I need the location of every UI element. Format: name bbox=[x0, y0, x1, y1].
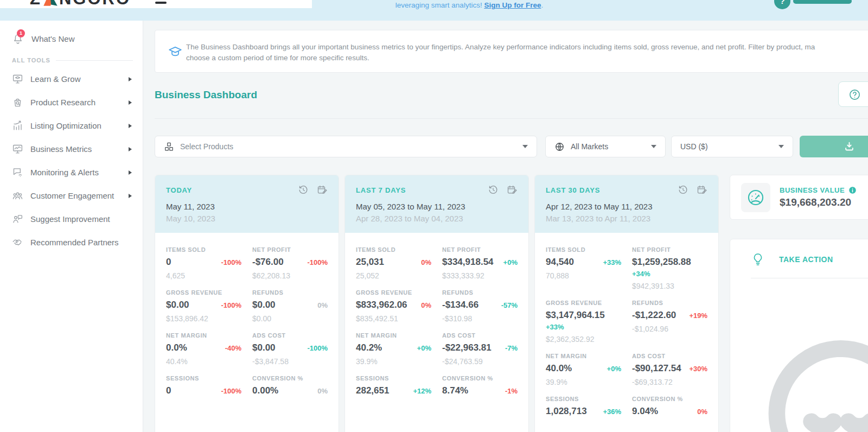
sidebar-item-whats-new[interactable]: 1 What's New bbox=[0, 29, 143, 48]
metric-gross-revenue: GROSS REVENUE$3,147,964.15+33%$2,362,352… bbox=[546, 300, 621, 344]
metric-percent-change: +33% bbox=[603, 258, 621, 266]
metrics-grid: ITEMS SOLD25,0310%25,052NET PROFIT$334,9… bbox=[345, 233, 528, 422]
metric-percent-change: -7% bbox=[505, 344, 518, 352]
metric-previous-value bbox=[252, 400, 328, 409]
chevron-right-icon bbox=[129, 100, 132, 105]
metric-label: CONVERSION % bbox=[252, 375, 328, 382]
download-button[interactable] bbox=[800, 136, 868, 157]
fox-logo-icon bbox=[42, 0, 59, 8]
period-card-last-7-days: LAST 7 DAYSMay 05, 2023 to May 11, 2023A… bbox=[344, 175, 529, 432]
globe-icon bbox=[554, 142, 565, 152]
metric-net-margin: NET MARGIN0.0%-40%40.4% bbox=[166, 332, 241, 366]
history-icon[interactable] bbox=[678, 185, 688, 195]
metric-gross-revenue: GROSS REVENUE$833,962.060%$835,492.51 bbox=[356, 289, 431, 323]
previous-date-range: May 10, 2023 bbox=[166, 214, 328, 223]
header-action-pill[interactable] bbox=[793, 0, 852, 4]
metric-percent-change: +12% bbox=[413, 387, 431, 395]
metric-items-sold: ITEMS SOLD0-100%4,625 bbox=[166, 246, 241, 280]
chevron-right-icon bbox=[129, 194, 132, 198]
metric-label: ADS COST bbox=[442, 332, 518, 339]
notification-badge: 1 bbox=[17, 29, 25, 37]
info-banner-line1: The Business Dashboard brings all your i… bbox=[186, 42, 815, 53]
bell-icon: 1 bbox=[12, 33, 24, 45]
metric-percent-change: +0% bbox=[607, 365, 621, 373]
metric-percent-change: -1% bbox=[505, 387, 518, 395]
metric-value: $0.00 bbox=[252, 300, 276, 310]
metric-items-sold: ITEMS SOLD25,0310%25,052 bbox=[356, 246, 431, 280]
announcement-text: leveraging smart analytics! Sign Up for … bbox=[252, 1, 686, 9]
products-dropdown[interactable]: Select Products bbox=[155, 136, 537, 157]
sidebar-item-recommended-partners[interactable]: Recommended Partners bbox=[0, 231, 143, 254]
metric-value: 1,028,713 bbox=[546, 406, 587, 417]
page-title: Business Dashboard bbox=[155, 89, 257, 101]
metric-label: REFUNDS bbox=[632, 300, 707, 306]
metric-previous-value bbox=[442, 400, 518, 409]
metric-percent-change: -40% bbox=[225, 344, 241, 352]
metric-previous-value bbox=[356, 400, 431, 409]
monitoring-alerts-icon bbox=[12, 167, 23, 178]
markets-dropdown[interactable]: All Markets bbox=[545, 136, 666, 157]
sidebar-item-listing-optimization[interactable]: Listing Optimization bbox=[0, 114, 143, 137]
metric-previous-value bbox=[546, 421, 621, 429]
metric-percent-change: +33% bbox=[546, 323, 564, 331]
metric-value: -$134.66 bbox=[442, 300, 478, 310]
boxes-icon bbox=[164, 142, 174, 152]
info-icon[interactable] bbox=[848, 186, 857, 194]
metric-previous-value: 40.4% bbox=[166, 357, 241, 366]
help-icon-top[interactable]: ? bbox=[774, 0, 790, 9]
currency-dropdown[interactable]: USD ($) bbox=[671, 136, 793, 157]
sidebar-item-customer-engagement[interactable]: Customer Engagement bbox=[0, 184, 143, 207]
help-button[interactable] bbox=[838, 81, 868, 107]
current-date-range: Apr 12, 2023 to May 11, 2023 bbox=[546, 202, 707, 211]
metric-previous-value: -$1,024.96 bbox=[632, 325, 707, 333]
sidebar-item-label: Customer Engagement bbox=[30, 191, 114, 200]
metric-value: $833,962.06 bbox=[356, 300, 407, 310]
metric-previous-value: -$3,847.58 bbox=[252, 357, 328, 366]
sidebar-item-business-metrics[interactable]: Business Metrics bbox=[0, 137, 143, 161]
metric-label: REFUNDS bbox=[252, 289, 328, 296]
metric-previous-value: -$310.98 bbox=[442, 314, 518, 323]
sidebar-item-suggest-improvement[interactable]: Suggest Improvement bbox=[0, 207, 143, 231]
metric-value: 25,031 bbox=[356, 257, 384, 268]
history-icon[interactable] bbox=[488, 185, 499, 195]
calendar-edit-icon[interactable] bbox=[507, 185, 518, 195]
history-icon[interactable] bbox=[298, 185, 309, 195]
app-logo[interactable]: ZNGORO bbox=[30, 0, 131, 8]
metric-value: $0.00 bbox=[166, 300, 189, 310]
sidebar-item-monitoring-alerts[interactable]: Monitoring & Alerts bbox=[0, 161, 143, 184]
card-period-title: LAST 30 DAYS bbox=[546, 186, 600, 194]
chevron-right-icon bbox=[129, 170, 132, 175]
product-research-icon bbox=[12, 97, 23, 108]
sidebar-item-learn-grow[interactable]: Learn & Grow bbox=[0, 67, 143, 91]
card-header: LAST 30 DAYSApr 12, 2023 to May 11, 2023… bbox=[535, 175, 718, 233]
metric-value: 0.00% bbox=[252, 385, 278, 396]
card-header: LAST 7 DAYSMay 05, 2023 to May 11, 2023A… bbox=[345, 175, 528, 233]
whats-new-label: What's New bbox=[31, 34, 75, 43]
metric-label: ADS COST bbox=[632, 353, 707, 359]
metric-label: GROSS REVENUE bbox=[546, 300, 621, 306]
signup-link[interactable]: Sign Up for Free bbox=[484, 1, 541, 9]
metric-percent-change: 0% bbox=[421, 258, 431, 266]
hamburger-menu-icon[interactable] bbox=[155, 2, 167, 4]
business-value-icon-box bbox=[741, 183, 770, 212]
metric-label: NET MARGIN bbox=[546, 353, 621, 359]
take-action-card: TAKE ACTION Coming soon! bbox=[730, 239, 868, 432]
main-content: The Business Dashboard brings all your i… bbox=[144, 21, 868, 432]
metric-percent-change: -100% bbox=[221, 387, 241, 395]
metric-percent-change: +34% bbox=[632, 270, 650, 278]
all-tools-section: ALL TOOLS bbox=[0, 57, 143, 63]
sidebar-item-label: Listing Optimization bbox=[30, 121, 101, 130]
sidebar-item-product-research[interactable]: Product Research bbox=[0, 91, 143, 114]
metric-label: ITEMS SOLD bbox=[166, 246, 241, 253]
calendar-edit-icon[interactable] bbox=[317, 185, 328, 195]
metric-value: $334,918.54 bbox=[442, 257, 494, 268]
metric-percent-change: +0% bbox=[417, 344, 431, 352]
calendar-edit-icon[interactable] bbox=[697, 185, 707, 195]
metric-percent-change: 0% bbox=[697, 408, 707, 416]
metric-previous-value: 39.9% bbox=[546, 378, 621, 386]
top-announcement-bar: leveraging smart analytics! Sign Up for … bbox=[0, 0, 868, 21]
metric-label: REFUNDS bbox=[442, 289, 518, 296]
metric-previous-value: $0.00 bbox=[252, 314, 328, 323]
sidebar-nav: Learn & GrowProduct ResearchListing Opti… bbox=[0, 67, 143, 254]
metric-percent-change: 0% bbox=[317, 301, 328, 309]
